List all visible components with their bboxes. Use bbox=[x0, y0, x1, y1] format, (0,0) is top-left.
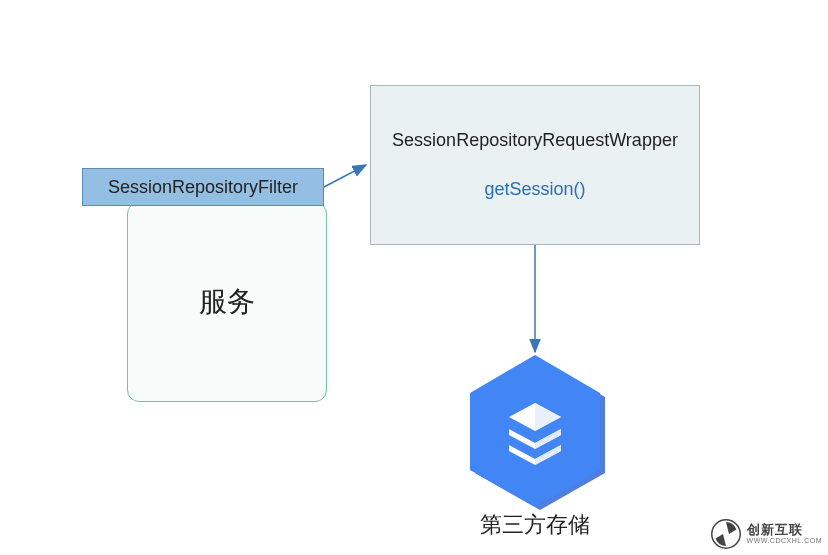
wrapper-method: getSession() bbox=[484, 179, 585, 200]
wrapper-node: SessionRepositoryRequestWrapper getSessi… bbox=[370, 85, 700, 245]
arrows-layer bbox=[0, 0, 828, 555]
storage-label: 第三方存储 bbox=[465, 510, 605, 540]
storage-node bbox=[465, 355, 605, 515]
service-node: 服务 bbox=[127, 202, 327, 402]
watermark-cn: 创新互联 bbox=[747, 523, 822, 537]
watermark-en: WWW.CDCXHL.COM bbox=[747, 537, 822, 545]
edge-filter-to-wrapper bbox=[324, 165, 366, 187]
filter-node: SessionRepositoryFilter bbox=[82, 168, 324, 206]
watermark: 创新互联 WWW.CDCXHL.COM bbox=[711, 519, 822, 549]
svg-point-6 bbox=[711, 520, 740, 549]
service-label: 服务 bbox=[199, 283, 255, 321]
wrapper-label: SessionRepositoryRequestWrapper bbox=[392, 130, 678, 151]
filter-label: SessionRepositoryFilter bbox=[108, 177, 298, 198]
watermark-text: 创新互联 WWW.CDCXHL.COM bbox=[747, 523, 822, 545]
watermark-icon bbox=[711, 519, 741, 549]
